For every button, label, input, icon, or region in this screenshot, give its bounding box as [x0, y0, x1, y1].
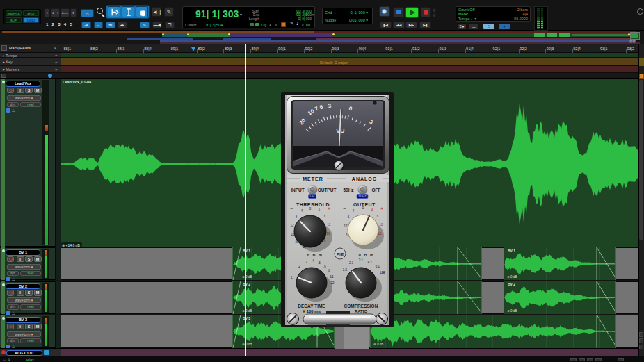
svg-text:OUTPUT: OUTPUT: [353, 202, 376, 207]
svg-text:RATIO: RATIO: [355, 309, 368, 313]
svg-text:3:1: 3:1: [359, 258, 364, 262]
svg-text:.2: .2: [298, 265, 300, 268]
svg-text:+: +: [328, 206, 330, 211]
svg-text:DECAY TIME: DECAY TIME: [298, 304, 325, 308]
svg-text:.8: .8: [328, 269, 330, 272]
svg-text:PYE: PYE: [337, 252, 344, 256]
svg-text:1.5: 1.5: [343, 268, 348, 272]
svg-text:X 100 ms: X 100 ms: [303, 309, 321, 313]
svg-text:d B m: d B m: [307, 253, 323, 257]
svg-text:1.: 1.: [291, 276, 293, 279]
svg-text:COMPRESSION: COMPRESSION: [344, 304, 378, 308]
svg-text:60Hz: 60Hz: [358, 195, 367, 198]
svg-text:6:1: 6:1: [376, 265, 380, 268]
svg-text:OUTPUT: OUTPUT: [318, 188, 337, 192]
svg-text:12: 12: [327, 223, 331, 227]
svg-text:4:1: 4:1: [368, 261, 373, 264]
svg-text:12: 12: [290, 224, 294, 227]
svg-text:.4: .4: [312, 259, 314, 263]
svg-text:ANALOG: ANALOG: [352, 176, 377, 181]
svg-text:−: −: [343, 206, 346, 211]
svg-text:.5: .5: [318, 261, 321, 265]
svg-text:GR: GR: [309, 195, 315, 198]
svg-text:THRESHOLD: THRESHOLD: [296, 202, 330, 207]
svg-text:d B m: d B m: [359, 253, 375, 257]
svg-text:12: 12: [379, 223, 383, 227]
svg-text:+: +: [380, 206, 383, 211]
svg-text:OFF: OFF: [372, 188, 381, 192]
svg-text:INPUT: INPUT: [291, 188, 305, 192]
svg-text:50Hz: 50Hz: [343, 188, 354, 192]
svg-text:LIM: LIM: [380, 271, 385, 274]
svg-text:12: 12: [344, 224, 348, 228]
svg-text:.3: .3: [305, 261, 307, 264]
svg-text:−: −: [290, 206, 293, 211]
svg-text:METER: METER: [303, 176, 323, 181]
svg-text:.6: .6: [323, 265, 326, 268]
svg-text:2:1: 2:1: [349, 261, 354, 265]
svg-text:16: 16: [330, 275, 334, 279]
